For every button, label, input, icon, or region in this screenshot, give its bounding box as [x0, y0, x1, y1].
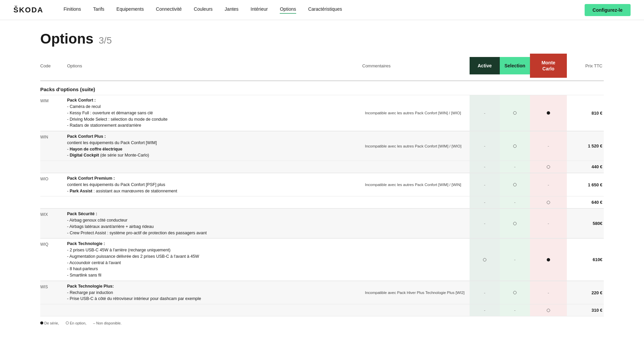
nav-connectivite[interactable]: Connectivité: [156, 6, 182, 14]
desc-line: - Kessy Full : ouverture et démarrage sa…: [67, 111, 153, 115]
nav-equipements[interactable]: Equipements: [116, 6, 144, 14]
desc-line: - Digital Cockpit (de série sur Monte-Ca…: [67, 153, 149, 158]
row-code-wio: WIO: [40, 173, 67, 183]
row-price-win: 1 520 €: [567, 143, 604, 148]
dot-empty-icon: [513, 111, 517, 115]
table-row: WIS Pack Technologie Plus: - Recharge pa…: [40, 281, 604, 304]
row-montecarlo-wiq: [530, 239, 567, 281]
row-comment-win: Incompatible avec les autres Pack Confor…: [362, 141, 470, 151]
table-row-sub: - - 310 €: [40, 304, 604, 316]
table-row: WIQ Pack Technologie : - 2 prises USB-C …: [40, 238, 604, 281]
row-desc-wio: Pack Confort Premium : contient les équi…: [67, 173, 362, 196]
row-desc-wim: Pack Confort : - Caméra de recul - Kessy…: [67, 95, 362, 131]
desc-line: - Radars de stationnement avant/arrière: [67, 123, 141, 128]
configurez-button[interactable]: Configurez-le: [585, 4, 631, 16]
table-row: WIX Pack Sécurité : - Airbag genoux côté…: [40, 208, 604, 238]
nav-jantes[interactable]: Jantes: [225, 6, 238, 14]
dot-empty-icon: [547, 309, 550, 312]
row-price-wio: 1 650 €: [567, 182, 604, 187]
row-montecarlo-wim: [530, 95, 567, 131]
row-selection-wio: [500, 173, 530, 196]
row-selection-wiq: -: [500, 239, 530, 281]
row-comment-wiq: [362, 258, 470, 262]
dot-empty-icon: [513, 291, 517, 294]
main-content: Code Options Commentaires Active Selecti…: [0, 54, 644, 339]
row-price-wix: 580€: [567, 221, 604, 226]
page-header: Options 3/5: [0, 20, 644, 54]
page-subtitle: 3/5: [99, 35, 112, 46]
dot-empty-icon: [513, 144, 517, 148]
desc-line: - Accoundoir central à l'avant: [67, 260, 121, 265]
legend-filled-icon: [40, 321, 43, 324]
pack-name: Pack Confort Premium :: [67, 176, 115, 181]
row-desc-win: Pack Confort Plus : contient les équipem…: [67, 131, 362, 161]
row-active-wix: -: [470, 209, 500, 238]
desc-line: - Augmentation puissance délivrée des 2 …: [67, 254, 199, 259]
row-price-wim: 810 €: [567, 111, 604, 116]
desc-line: - Driving Mode Select : sélection du mod…: [67, 117, 167, 122]
desc-line: - Prise USB-C à côté du rétroviseur inté…: [67, 296, 201, 301]
row-montecarlo-wis: -: [530, 281, 567, 304]
row-code-wis: WIS: [40, 281, 67, 291]
desc-line: - Hayon de coffre électrique: [67, 147, 122, 152]
desc-line: - Smartlink sans fil: [67, 273, 101, 278]
nav-links: Finitions Tarifs Equipements Connectivit…: [63, 6, 584, 14]
nav-tarifs[interactable]: Tarifs: [93, 6, 104, 14]
table-row: WIN Pack Confort Plus : contient les équ…: [40, 131, 604, 161]
desc-line: contient les équipements du Pack Confort…: [67, 182, 165, 187]
row-active-wis: -: [470, 281, 500, 304]
desc-line: - Airbags latéraux avant/arrière + airba…: [67, 224, 154, 229]
dot-empty-icon: [547, 165, 550, 169]
row-desc-wiq: Pack Technologie : - 2 prises USB-C 45W …: [67, 239, 362, 281]
row-desc-wis: Pack Technologie Plus: - Recharge par in…: [67, 281, 362, 304]
row-code-wix: WIX: [40, 209, 67, 219]
nav-options[interactable]: Options: [280, 6, 296, 14]
row-selection-wim: [500, 95, 530, 131]
desc-line: - 2 prises USB-C 45W à l'arrière (rechar…: [67, 248, 170, 252]
col-montecarlo: MonteCarlo: [530, 54, 567, 78]
desc-line: - Caméra de recul: [67, 104, 101, 109]
col-selection: Selection: [500, 57, 530, 74]
row-code-win: WIN: [40, 131, 67, 141]
page-title: Options: [40, 31, 94, 47]
table-header: Code Options Commentaires Active Selecti…: [40, 54, 604, 81]
dot-empty-icon: [483, 258, 486, 261]
col-options: Options: [67, 63, 362, 68]
dot-empty-icon: [513, 222, 517, 225]
row-price-wis: 220 €: [567, 290, 604, 295]
table-row: WIO Pack Confort Premium : contient les …: [40, 173, 604, 196]
row-active-wim: -: [470, 95, 500, 131]
row-active-wiq: [470, 239, 500, 281]
row-price-win-sub: 440 €: [567, 164, 604, 169]
dot-filled-icon: [547, 111, 550, 115]
dot-empty-icon: [547, 201, 550, 204]
row-code-wiq: WIQ: [40, 239, 67, 249]
pack-name: Pack Technologie :: [67, 241, 105, 246]
nav-interieur[interactable]: Intérieur: [251, 6, 268, 14]
row-montecarlo-wio: -: [530, 173, 567, 196]
row-montecarlo-win: -: [530, 131, 567, 161]
pack-name: Pack Confort Plus :: [67, 134, 106, 139]
row-active-win: -: [470, 131, 500, 161]
col-prix: Prix TTC: [567, 63, 604, 68]
nav-couleurs[interactable]: Couleurs: [194, 6, 213, 14]
row-selection-wis: [500, 281, 530, 304]
nav-caracteristiques[interactable]: Caractéristiques: [308, 6, 342, 14]
table-row-sub: - - 440 €: [40, 161, 604, 173]
row-comment-wio: Incompatible avec les autres Pack Confor…: [362, 180, 470, 189]
nav-finitions[interactable]: Finitions: [63, 6, 81, 14]
desc-line: - Park Assist : assistant aux manœuvres …: [67, 189, 177, 193]
legend-dash: – Non disponible.: [93, 321, 122, 325]
col-comments: Commentaires: [362, 63, 470, 68]
desc-line: contient les équipements du Pack Confort…: [67, 140, 157, 145]
pack-name: Pack Sécurité :: [67, 212, 97, 216]
row-price-wis-sub: 310 €: [567, 308, 604, 313]
desc-line: - Crew Protect Assist : système pro-acti…: [67, 231, 207, 235]
dot-filled-icon: [547, 258, 550, 261]
legend-empty-icon: [66, 321, 69, 324]
row-price-wiq: 610€: [567, 257, 604, 262]
pack-name: Pack Technologie Plus:: [67, 284, 114, 289]
col-code: Code: [40, 63, 67, 68]
col-active: Active: [470, 57, 500, 74]
section-title: Packs d'options (suite): [40, 86, 604, 92]
